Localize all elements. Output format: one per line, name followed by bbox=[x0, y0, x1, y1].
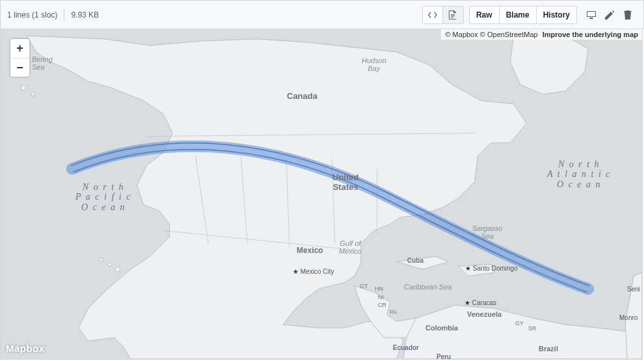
label-peru: Peru bbox=[436, 353, 451, 360]
label-united-states: United States bbox=[332, 172, 358, 192]
label-brazil: Brazil bbox=[539, 345, 558, 353]
label-ecuador: Ecuador bbox=[393, 344, 419, 351]
label-sr: SR bbox=[528, 325, 537, 332]
map-container[interactable]: N o r t h P a c i f i c O c e a n N o r … bbox=[0, 29, 643, 360]
desktop-button[interactable] bbox=[582, 6, 600, 24]
attrib-mapbox[interactable]: © Mapbox bbox=[445, 31, 477, 38]
file-icon bbox=[448, 10, 457, 20]
label-seni: Seni bbox=[627, 286, 640, 293]
label-gulf-mexico: Gulf of Mexico bbox=[339, 239, 362, 255]
label-caribbean: Caribbean Sea bbox=[404, 283, 451, 291]
svg-point-4 bbox=[108, 262, 112, 266]
zoom-in-button[interactable]: + bbox=[10, 39, 29, 58]
svg-point-2 bbox=[31, 92, 35, 96]
raw-button[interactable]: Raw bbox=[469, 6, 500, 24]
code-icon bbox=[427, 10, 438, 20]
label-mexico-city: ★ Mexico City bbox=[293, 268, 334, 275]
label-hudson-bay: Hudson Bay bbox=[362, 57, 386, 72]
map-attribution: © Mapbox © OpenStreetMap Improve the und… bbox=[441, 29, 642, 40]
delete-button[interactable] bbox=[619, 6, 637, 24]
label-gy: GY bbox=[515, 320, 524, 327]
attrib-osm[interactable]: © OpenStreetMap bbox=[480, 31, 538, 38]
label-bering: Bering Sea bbox=[32, 55, 53, 71]
svg-point-5 bbox=[115, 267, 120, 272]
line-count: 1 lines (1 sloc) bbox=[7, 10, 57, 20]
rendered-view-button[interactable] bbox=[443, 6, 464, 24]
label-cuba: Cuba bbox=[407, 257, 423, 264]
label-colombia: Colombia bbox=[425, 324, 458, 332]
file-size: 9.93 KB bbox=[71, 10, 99, 20]
edit-button[interactable] bbox=[600, 6, 619, 24]
source-view-button[interactable] bbox=[422, 6, 443, 24]
pencil-icon bbox=[605, 10, 614, 20]
view-mode-group bbox=[422, 6, 464, 24]
label-mexico: Mexico bbox=[297, 246, 323, 255]
file-toolbar: 1 lines (1 sloc) 9.93 KB Raw Blame Histo… bbox=[0, 0, 644, 29]
label-sargasso: Sargasso Sea bbox=[472, 224, 502, 240]
label-hn: HN bbox=[375, 286, 383, 292]
label-venezuela: Venezuela bbox=[467, 310, 502, 318]
zoom-out-button[interactable]: − bbox=[10, 58, 29, 77]
label-north-pacific: N o r t h P a c i f i c O c e a n bbox=[75, 182, 131, 212]
label-canada: Canada bbox=[287, 91, 317, 101]
history-button[interactable]: History bbox=[537, 6, 577, 24]
blame-button[interactable]: Blame bbox=[500, 6, 537, 24]
label-gt: GT bbox=[360, 283, 368, 289]
label-cr: CR bbox=[378, 302, 386, 308]
file-info: 1 lines (1 sloc) 9.93 KB bbox=[7, 9, 99, 21]
action-group: Raw Blame History bbox=[469, 6, 577, 24]
divider bbox=[64, 9, 64, 21]
label-pa: PA bbox=[390, 309, 397, 315]
desktop-icon bbox=[586, 10, 597, 20]
improve-map-link[interactable]: Improve the underlying map bbox=[543, 31, 638, 38]
zoom-control: + − bbox=[10, 39, 29, 77]
trash-icon bbox=[624, 10, 632, 20]
label-caracas: ★ Caracas bbox=[464, 299, 496, 306]
mapbox-logo: Mapbox bbox=[6, 343, 45, 354]
label-ni: NI bbox=[378, 294, 384, 301]
label-monro: Monro bbox=[619, 314, 637, 321]
label-north-atlantic: N o r t h A t l a n t i c O c e a n bbox=[547, 159, 611, 189]
label-santo-domingo: ★ Santo Domingo bbox=[465, 265, 518, 272]
svg-point-3 bbox=[100, 258, 103, 261]
svg-point-1 bbox=[21, 85, 26, 90]
